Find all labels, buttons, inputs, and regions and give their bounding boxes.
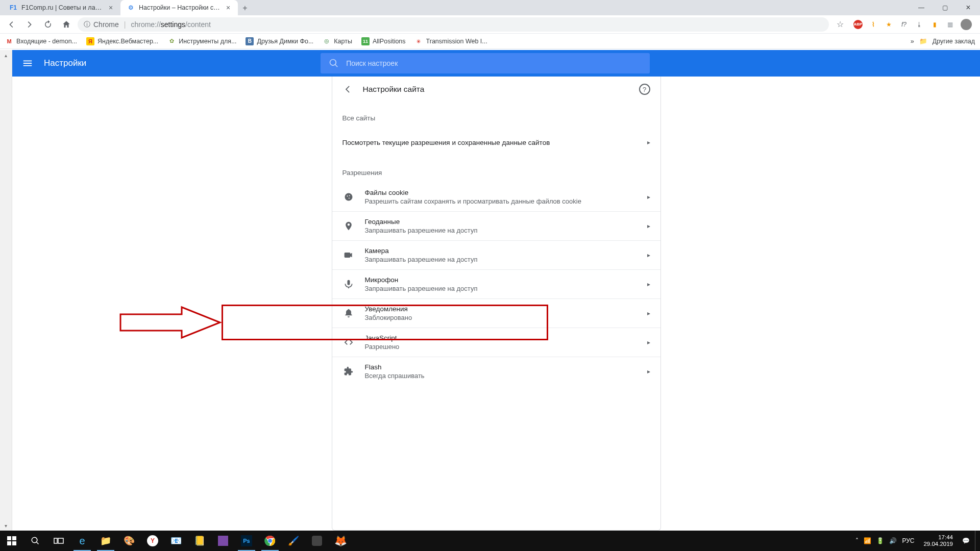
row-javascript[interactable]: JavaScript Разрешено ▸: [332, 328, 660, 357]
close-window-button[interactable]: ×: [957, 0, 980, 15]
taskbar-clock[interactable]: 17:44 29.04.2019: [919, 534, 957, 547]
start-button[interactable]: [0, 531, 23, 551]
row-camera[interactable]: Камера Запрашивать разрешение на доступ …: [332, 240, 660, 269]
row-subtitle: Заблокировано: [365, 314, 637, 321]
menu-button[interactable]: [21, 57, 34, 69]
taskbar-app-purple[interactable]: [211, 531, 235, 551]
bookmark-star-icon[interactable]: ☆: [833, 17, 847, 32]
taskbar-app-notepad[interactable]: 📒: [188, 531, 211, 551]
show-desktop-button[interactable]: [975, 531, 978, 551]
star-ext-icon[interactable]: ★: [884, 20, 893, 29]
card-header: Настройки сайта ?: [332, 77, 660, 102]
svg-rect-6: [12, 536, 16, 540]
download-icon[interactable]: ⭳: [915, 20, 924, 29]
taskbar-app-paint[interactable]: 🖌️: [282, 531, 305, 551]
tools-icon: ✿: [167, 37, 176, 45]
svg-point-1: [347, 195, 348, 196]
back-arrow-icon[interactable]: [342, 84, 353, 94]
search-placeholder: Поиск настроек: [346, 59, 398, 67]
scroll-down-icon[interactable]: ▾: [0, 520, 12, 531]
adblock-icon[interactable]: ABP: [853, 20, 863, 29]
scroll-up-icon[interactable]: ▴: [0, 50, 12, 60]
bookmark-transmission[interactable]: ⛯ Transmission Web I...: [415, 37, 487, 45]
profile-avatar[interactable]: [961, 19, 972, 30]
bookmark-ext-icon[interactable]: ▮: [930, 20, 939, 29]
close-icon[interactable]: ×: [107, 4, 114, 11]
url-path: /content: [185, 20, 211, 29]
url-separator: |: [124, 20, 126, 29]
cookie-icon: [342, 192, 355, 202]
taskbar-app-dark[interactable]: [305, 531, 329, 551]
search-button[interactable]: [23, 531, 47, 551]
settings-page: Настройки Поиск настроек Настройки сайта…: [12, 50, 980, 531]
settings-search[interactable]: Поиск настроек: [321, 53, 650, 73]
wifi-icon[interactable]: 📶: [864, 537, 871, 544]
bookmarks-bar: M Входящие - demon... Я Яндекс.Вебмастер…: [0, 34, 980, 49]
site-info-icon[interactable]: ⓘ: [84, 20, 90, 29]
clock-date: 29.04.2019: [923, 541, 953, 547]
folder-icon: 📁: [919, 37, 927, 45]
svg-rect-8: [12, 541, 16, 545]
taskbar-app-edge[interactable]: e: [70, 531, 94, 551]
favicon-f1: F1: [9, 4, 17, 12]
language-indicator[interactable]: РУС: [902, 537, 914, 544]
row-subtitle: Разрешить сайтам сохранять и просматрива…: [365, 197, 637, 205]
bookmark-gmail[interactable]: M Входящие - demon...: [5, 37, 77, 45]
taskbar-app-mail[interactable]: 📧: [164, 531, 188, 551]
volume-icon[interactable]: 🔊: [889, 537, 897, 544]
tab-f1comp[interactable]: F1 F1Comp.ru | Советы и лайфхаки ×: [3, 0, 120, 15]
row-notifications[interactable]: Уведомления Заблокировано ▸: [332, 298, 660, 328]
f-question-icon[interactable]: f?: [899, 20, 909, 29]
taskbar-app-explorer[interactable]: 📁: [94, 531, 117, 551]
bookmarks-overflow[interactable]: »: [911, 38, 914, 45]
page-title: Настройки сайта: [363, 85, 629, 94]
row-cookies[interactable]: Файлы cookie Разрешить сайтам сохранять …: [332, 183, 660, 211]
tab-label: Настройки – Настройки сайта: [139, 4, 220, 11]
action-center-icon[interactable]: 💬: [962, 537, 970, 544]
rss-icon[interactable]: ⌇: [869, 20, 878, 29]
svg-point-2: [349, 195, 350, 196]
chevron-right-icon: ▸: [647, 139, 650, 146]
transmission-icon: ⛯: [415, 37, 423, 45]
battery-icon[interactable]: 🔋: [876, 537, 884, 544]
left-scrollbar[interactable]: ▴ ▾: [0, 50, 12, 531]
forward-button[interactable]: [22, 17, 37, 32]
row-location[interactable]: Геоданные Запрашивать разрешение на дост…: [332, 211, 660, 240]
svg-rect-10: [58, 538, 63, 543]
other-bookmarks[interactable]: Другие заклад: [933, 38, 975, 45]
row-flash[interactable]: Flash Всегда спрашивать ▸: [332, 357, 660, 386]
bookmark-tools[interactable]: ✿ Инструменты для...: [167, 37, 236, 45]
taskbar-app-firefox[interactable]: 🦊: [329, 531, 352, 551]
back-button[interactable]: [4, 17, 18, 32]
task-view-button[interactable]: [47, 531, 70, 551]
settings-title: Настройки: [44, 58, 86, 68]
bookmark-yandex-webmaster[interactable]: Я Яндекс.Вебмастер...: [86, 37, 158, 45]
row-microphone[interactable]: Микрофон Запрашивать разрешение на досту…: [332, 269, 660, 298]
tab-strip: F1 F1Comp.ru | Советы и лайфхаки × ⚙ Нас…: [0, 0, 980, 15]
toolbar-right: ☆ ABP ⌇ ★ f? ⭳ ▮ ▦: [833, 17, 976, 32]
address-bar[interactable]: ⓘ Chrome | chrome://settings/content: [78, 17, 829, 32]
row-view-permissions[interactable]: Посмотреть текущие разрешения и сохранен…: [332, 128, 660, 157]
apps-icon[interactable]: ▦: [945, 20, 954, 29]
close-icon[interactable]: ×: [225, 4, 232, 11]
tab-settings[interactable]: ⚙ Настройки – Настройки сайта ×: [120, 0, 238, 15]
help-icon[interactable]: ?: [639, 84, 650, 95]
maximize-button[interactable]: ▢: [933, 0, 957, 15]
bookmark-vk[interactable]: B Друзья Димки Фо...: [246, 37, 313, 45]
taskbar-app-photoshop[interactable]: Ps: [235, 531, 258, 551]
system-tray: ˄ 📶 🔋 🔊 РУС 17:44 29.04.2019 💬: [855, 531, 980, 551]
svg-marker-4: [120, 307, 220, 338]
tray-chevron-icon[interactable]: ˄: [855, 537, 859, 544]
home-button[interactable]: [59, 17, 74, 32]
new-tab-button[interactable]: +: [238, 1, 252, 15]
settings-header: Настройки Поиск настроек: [12, 50, 980, 77]
vk-icon: B: [246, 37, 254, 45]
bookmark-allpositions[interactable]: 11 AllPositions: [361, 37, 406, 45]
bookmark-maps[interactable]: ◎ Карты: [323, 37, 352, 45]
taskbar-app-chrome[interactable]: [258, 531, 282, 551]
taskbar-app-palette[interactable]: 🎨: [117, 531, 141, 551]
svg-point-0: [345, 193, 352, 201]
taskbar-app-yandex[interactable]: Y: [141, 531, 164, 551]
minimize-button[interactable]: —: [910, 0, 933, 15]
reload-button[interactable]: [41, 17, 55, 32]
